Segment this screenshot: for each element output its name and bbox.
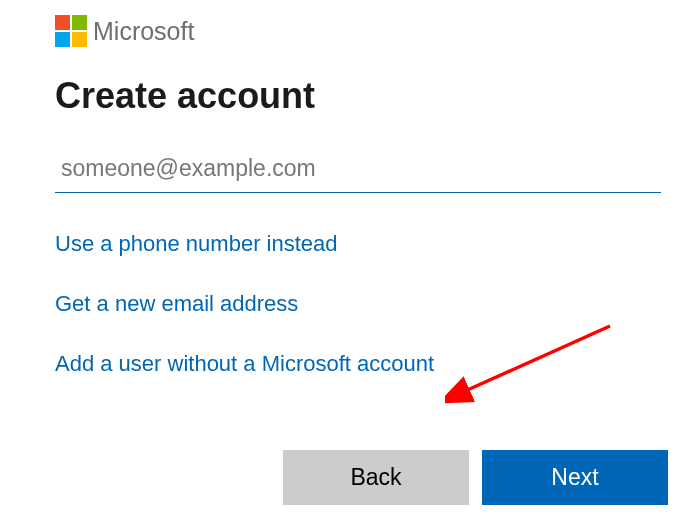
microsoft-logo-text: Microsoft [93,17,194,46]
back-button[interactable]: Back [283,450,469,505]
annotation-arrow-icon [445,320,625,410]
use-phone-link[interactable]: Use a phone number instead [55,231,338,257]
page-title: Create account [55,75,665,117]
microsoft-logo: Microsoft [55,15,665,47]
svg-line-1 [463,326,610,392]
next-button[interactable]: Next [482,450,668,505]
microsoft-logo-icon [55,15,87,47]
new-email-link[interactable]: Get a new email address [55,291,298,317]
add-user-without-account-link[interactable]: Add a user without a Microsoft account [55,351,434,377]
button-row: Back Next [283,450,668,505]
email-input[interactable] [55,149,661,193]
